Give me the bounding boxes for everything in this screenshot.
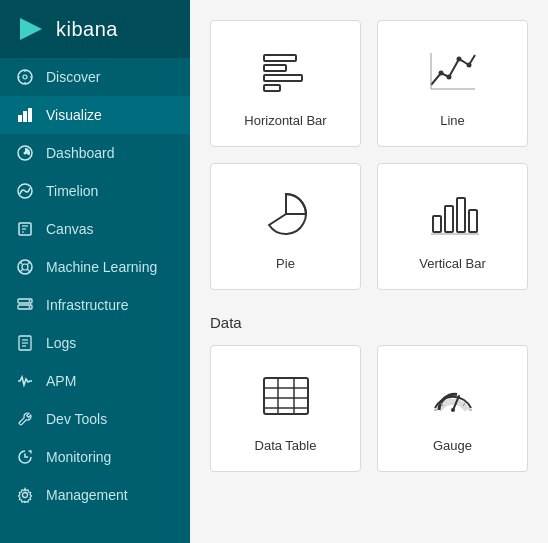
horizontal-bar-icon: [260, 45, 312, 101]
gauge-icon: [427, 370, 479, 426]
viz-card-gauge[interactable]: Gauge: [377, 345, 528, 472]
basic-viz-grid: Horizontal Bar Line: [210, 20, 528, 290]
data-table-icon: [260, 370, 312, 426]
sidebar-item-label-logs: Logs: [46, 335, 76, 351]
svg-point-27: [29, 306, 31, 308]
svg-point-32: [23, 493, 28, 498]
svg-line-21: [28, 262, 31, 265]
sidebar-item-apm[interactable]: APM: [0, 362, 190, 400]
sidebar-item-label-management: Management: [46, 487, 128, 503]
svg-rect-10: [28, 108, 32, 122]
svg-rect-43: [433, 216, 441, 232]
svg-point-2: [18, 70, 32, 84]
viz-card-pie[interactable]: Pie: [210, 163, 361, 290]
sidebar-item-label-machine-learning: Machine Learning: [46, 259, 157, 275]
apm-icon: [16, 372, 34, 390]
dashboard-icon: [16, 144, 34, 162]
sidebar: kibana Discover: [0, 0, 190, 543]
vertical-bar-icon: [427, 188, 479, 244]
svg-rect-44: [445, 206, 453, 232]
sidebar-item-label-apm: APM: [46, 373, 76, 389]
svg-rect-46: [469, 210, 477, 232]
sidebar-item-label-timelion: Timelion: [46, 183, 98, 199]
compass-icon: [16, 68, 34, 86]
main-content: Horizontal Bar Line: [190, 0, 548, 543]
svg-rect-35: [264, 75, 302, 81]
svg-point-3: [23, 75, 27, 79]
viz-card-label-vertical-bar: Vertical Bar: [419, 256, 485, 271]
viz-card-label-pie: Pie: [276, 256, 295, 271]
logs-icon: [16, 334, 34, 352]
line-icon: [427, 45, 479, 101]
logo-area: kibana: [0, 0, 190, 58]
sidebar-item-label-infrastructure: Infrastructure: [46, 297, 128, 313]
data-section-title: Data: [210, 314, 528, 331]
gear-icon: [16, 486, 34, 504]
viz-card-label-gauge: Gauge: [433, 438, 472, 453]
svg-line-20: [20, 262, 23, 265]
sidebar-item-timelion[interactable]: Timelion: [0, 172, 190, 210]
sidebar-item-management[interactable]: Management: [0, 476, 190, 514]
svg-point-40: [466, 63, 471, 68]
sidebar-item-infrastructure[interactable]: Infrastructure: [0, 286, 190, 324]
sidebar-item-dashboard[interactable]: Dashboard: [0, 134, 190, 172]
sidebar-item-machine-learning[interactable]: Machine Learning: [0, 248, 190, 286]
svg-point-37: [438, 71, 443, 76]
viz-card-line[interactable]: Line: [377, 20, 528, 147]
svg-rect-36: [264, 85, 280, 91]
bar-chart-icon: [16, 106, 34, 124]
svg-rect-34: [264, 65, 286, 71]
monitoring-icon: [16, 448, 34, 466]
sidebar-item-label-dev-tools: Dev Tools: [46, 411, 107, 427]
nav-menu: Discover Visualize Dashboa: [0, 58, 190, 543]
svg-point-26: [29, 300, 31, 302]
sidebar-item-label-visualize: Visualize: [46, 107, 102, 123]
viz-card-label-line: Line: [440, 113, 465, 128]
kibana-logo-icon: [16, 14, 46, 44]
sidebar-item-label-dashboard: Dashboard: [46, 145, 115, 161]
svg-point-39: [456, 57, 461, 62]
viz-card-horizontal-bar[interactable]: Horizontal Bar: [210, 20, 361, 147]
sidebar-item-dev-tools[interactable]: Dev Tools: [0, 400, 190, 438]
timelion-icon: [16, 182, 34, 200]
svg-line-22: [28, 270, 31, 273]
infrastructure-icon: [16, 296, 34, 314]
viz-card-label-horizontal-bar: Horizontal Bar: [244, 113, 326, 128]
viz-card-label-data-table: Data Table: [255, 438, 317, 453]
sidebar-item-label-monitoring: Monitoring: [46, 449, 111, 465]
sidebar-item-discover[interactable]: Discover: [0, 58, 190, 96]
sidebar-item-canvas[interactable]: Canvas: [0, 210, 190, 248]
sidebar-item-monitoring[interactable]: Monitoring: [0, 438, 190, 476]
data-viz-grid: Data Table Ga: [210, 345, 528, 472]
data-section: Data Data Table: [210, 314, 528, 472]
viz-card-data-table[interactable]: Data Table: [210, 345, 361, 472]
svg-rect-9: [23, 111, 27, 122]
svg-rect-8: [18, 115, 22, 122]
canvas-icon: [16, 220, 34, 238]
svg-rect-45: [457, 198, 465, 232]
sidebar-item-label-canvas: Canvas: [46, 221, 93, 237]
svg-line-23: [20, 270, 23, 273]
svg-point-12: [24, 152, 27, 155]
wrench-icon: [16, 410, 34, 428]
pie-icon: [260, 188, 312, 244]
svg-point-38: [446, 75, 451, 80]
svg-point-19: [22, 264, 28, 270]
svg-rect-33: [264, 55, 296, 61]
app-title: kibana: [56, 18, 118, 41]
sidebar-item-visualize[interactable]: Visualize: [0, 96, 190, 134]
sidebar-item-label-discover: Discover: [46, 69, 100, 85]
sidebar-item-logs[interactable]: Logs: [0, 324, 190, 362]
ml-icon: [16, 258, 34, 276]
svg-marker-1: [20, 18, 42, 40]
viz-card-vertical-bar[interactable]: Vertical Bar: [377, 163, 528, 290]
